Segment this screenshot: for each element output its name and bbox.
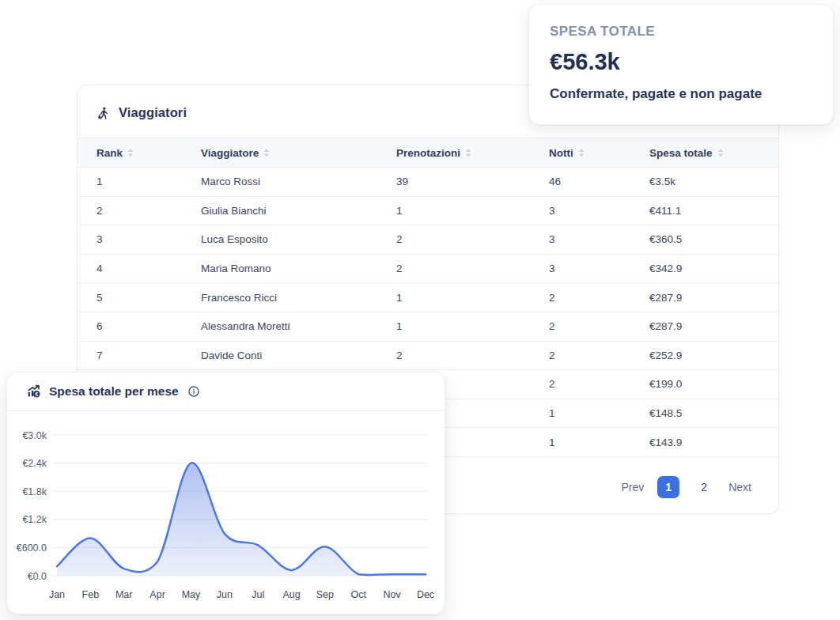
cell-rank: 3: [78, 225, 201, 255]
column-label: Spesa totale: [649, 147, 713, 159]
pagination-page-1-button[interactable]: 1: [657, 476, 679, 498]
table-row: 4Maria Romano23€342.9: [78, 254, 778, 283]
cell-rank: 6: [78, 312, 201, 341]
sort-arrows-icon: [465, 149, 471, 157]
y-axis-tick-label: €0.0: [28, 571, 47, 582]
column-label: Notti: [549, 147, 573, 159]
cell-rank: 1: [78, 168, 201, 197]
cell-prenotazioni: 39: [396, 168, 549, 197]
x-axis-tick-label: Jun: [217, 589, 233, 600]
dashboard: Viaggiatori Rank Viaggiatore Prenotazion…: [0, 0, 840, 620]
cell-rank: 4: [78, 254, 201, 283]
x-axis-tick-label: Sep: [316, 589, 334, 600]
y-axis-tick-label: €1.2k: [22, 514, 47, 525]
cell-spesa-totale: €360.5: [649, 225, 778, 255]
cell-spesa-totale: €3.5k: [649, 168, 778, 197]
column-header-viaggiatore[interactable]: Viaggiatore: [201, 138, 396, 168]
cell-notti: 1: [549, 428, 649, 457]
cell-viaggiatore: Francesco Ricci: [201, 283, 396, 312]
cell-notti: 3: [549, 254, 649, 283]
column-label: Prenotazioni: [396, 147, 460, 159]
cell-viaggiatore: Alessandra Moretti: [201, 312, 396, 341]
table-row: 2Giulia Bianchi13€411.1: [78, 196, 778, 225]
sort-arrows-icon: [127, 149, 134, 157]
x-axis-tick-label: May: [182, 589, 201, 600]
column-header-prenotazioni[interactable]: Prenotazioni: [396, 138, 549, 168]
pagination-prev-button[interactable]: Prev: [621, 481, 644, 493]
travelers-card-title: Viaggiatori: [119, 105, 187, 120]
cell-viaggiatore: Maria Romano: [201, 254, 396, 283]
cell-notti: 2: [549, 370, 649, 399]
cell-notti: 46: [549, 168, 649, 197]
cell-rank: 7: [78, 341, 201, 370]
monthly-spend-card: € Spesa totale per mese €0.0€600.0€1.2k€…: [6, 372, 445, 614]
cell-spesa-totale: €143.9: [649, 428, 778, 457]
column-header-notti[interactable]: Notti: [549, 138, 649, 168]
cell-prenotazioni: 1: [396, 283, 549, 312]
x-axis-tick-label: Mar: [115, 589, 133, 600]
total-spend-card: SPESA TOTALE €56.3k Confermate, pagate e…: [528, 4, 834, 125]
cell-spesa-totale: €287.9: [649, 312, 778, 341]
cell-prenotazioni: 1: [396, 196, 549, 225]
cell-viaggiatore: Giulia Bianchi: [201, 196, 396, 225]
cell-prenotazioni: 2: [396, 254, 549, 283]
cell-notti: 2: [549, 312, 649, 341]
svg-text:€: €: [35, 391, 38, 397]
y-axis-tick-label: €1.8k: [22, 486, 47, 497]
cell-spesa-totale: €199.0: [649, 370, 778, 399]
column-header-spesa-totale[interactable]: Spesa totale: [649, 138, 778, 168]
x-axis-tick-label: Apr: [149, 589, 165, 600]
table-row: 5Francesco Ricci12€287.9: [78, 283, 778, 312]
cell-notti: 1: [549, 399, 649, 428]
column-label: Rank: [96, 147, 123, 159]
cell-prenotazioni: 2: [396, 225, 549, 255]
stat-value: €56.3k: [550, 49, 812, 75]
column-header-rank[interactable]: Rank: [78, 138, 201, 168]
sort-arrows-icon: [578, 149, 585, 157]
y-axis-tick-label: €600.0: [17, 542, 47, 554]
x-axis-tick-label: Aug: [282, 589, 300, 600]
cell-spesa-totale: €148.5: [649, 399, 778, 428]
chart-card-header: € Spesa totale per mese: [7, 372, 445, 411]
cell-spesa-totale: €252.9: [649, 341, 778, 370]
traveler-walking-icon: [96, 106, 111, 120]
cell-viaggiatore: Luca Esposito: [201, 225, 396, 255]
x-axis-tick-label: Jul: [252, 589, 264, 600]
x-axis-tick-label: Dec: [417, 589, 434, 600]
cell-rank: 2: [78, 196, 201, 225]
x-axis-tick-label: Jan: [49, 589, 65, 600]
monthly-spend-chart: €0.0€600.0€1.2k€1.8k€2.4k€3.0kJanFebMarA…: [7, 411, 445, 614]
table-row: 7Davide Conti22€252.9: [78, 341, 778, 370]
table-row: 1Marco Rossi3946€3.5k: [78, 168, 778, 197]
cell-spesa-totale: €342.9: [649, 254, 778, 283]
x-axis-tick-label: Oct: [351, 589, 367, 600]
cell-prenotazioni: 2: [396, 341, 549, 370]
x-axis-tick-label: Feb: [82, 589, 100, 600]
stat-label: SPESA TOTALE: [550, 24, 812, 40]
cell-notti: 3: [549, 225, 649, 255]
cell-rank: 5: [78, 283, 201, 312]
pagination-page-2-button[interactable]: 2: [693, 476, 715, 498]
chart-title: Spesa totale per mese: [49, 384, 179, 399]
x-axis-tick-label: Nov: [384, 589, 402, 600]
trend-chart-euro-icon: €: [26, 384, 42, 399]
sort-arrows-icon: [717, 149, 724, 157]
table-header-row: Rank Viaggiatore Prenotazioni Notti Spes…: [78, 138, 778, 168]
cell-notti: 2: [549, 283, 649, 312]
pagination-next-button[interactable]: Next: [728, 481, 751, 493]
cell-notti: 3: [549, 196, 649, 225]
table-row: 6Alessandra Moretti12€287.9: [78, 312, 778, 341]
y-axis-tick-label: €2.4k: [22, 458, 47, 469]
y-axis-tick-label: €3.0k: [22, 430, 47, 441]
cell-viaggiatore: Davide Conti: [201, 341, 396, 370]
stat-subtitle: Confermate, pagate e non pagate: [550, 86, 812, 102]
column-label: Viaggiatore: [201, 147, 259, 159]
info-circle-icon[interactable]: [187, 385, 200, 398]
table-row: 3Luca Esposito23€360.5: [78, 225, 778, 255]
sort-arrows-icon: [263, 149, 270, 157]
cell-prenotazioni: 1: [396, 312, 549, 341]
cell-notti: 2: [549, 341, 649, 370]
cell-spesa-totale: €287.9: [649, 283, 778, 312]
cell-spesa-totale: €411.1: [649, 196, 778, 225]
cell-viaggiatore: Marco Rossi: [201, 168, 396, 197]
